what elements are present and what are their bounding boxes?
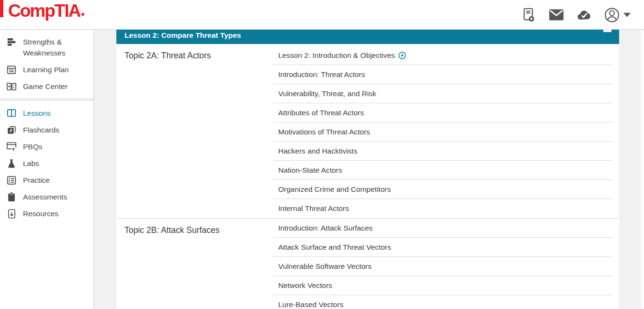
sidebar-group-top: Strengths & Weaknesses Learning Plan	[0, 30, 93, 99]
report-icon[interactable]	[521, 7, 536, 22]
pbqs-icon	[6, 141, 17, 152]
topic-title: Topic 2A: Threat Actors	[124, 51, 273, 61]
lesson-item-label: Vulnerable Software Vectors	[278, 262, 372, 271]
sidebar-item-label: Flashcards	[23, 124, 59, 135]
header-icon-group	[521, 0, 631, 30]
lessons-icon	[6, 108, 17, 119]
sidebar-item-label: PBQs	[23, 141, 42, 152]
sidebar-item-assessments[interactable]: Assessments	[0, 188, 93, 205]
lesson-item-label: Hackers and Hacktivists	[278, 147, 357, 155]
collapse-minus-icon[interactable]	[603, 30, 611, 32]
dropdown-caret-icon	[623, 11, 631, 19]
practice-icon	[6, 175, 17, 186]
lesson-item-label: Lesson 2: Introduction & Objectives	[278, 51, 395, 60]
comptia-logo-text: CompTIA	[8, 1, 80, 21]
lesson-items-column: Introduction: Attack Surfaces Attack Sur…	[273, 219, 612, 309]
lesson-panel: Lesson 2: Compare Threat Types Topic 2A:…	[116, 30, 619, 309]
account-icon	[604, 7, 620, 22]
lesson-item-row[interactable]: Attack Surface and Threat Vectors	[273, 238, 612, 257]
topic-title: Topic 2B: Attack Surfaces	[124, 225, 273, 235]
account-menu[interactable]	[604, 7, 631, 22]
lesson-item-row[interactable]: Hackers and Hacktivists	[273, 142, 612, 161]
top-header: CompTIA	[0, 0, 644, 30]
sidebar-item-game-center[interactable]: Game Center	[0, 78, 93, 95]
sidebar-item-flashcards[interactable]: Flashcards	[0, 121, 93, 138]
sidebar-item-strengths-weaknesses[interactable]: Strengths & Weaknesses	[0, 33, 93, 61]
lesson-item-label: Introduction: Threat Actors	[278, 70, 365, 79]
sidebar-item-labs[interactable]: Labs	[0, 155, 93, 172]
lesson-item-label: Organized Crime and Competitors	[278, 185, 391, 194]
lesson-item-row[interactable]: Organized Crime and Competitors	[273, 180, 612, 199]
assessments-icon	[6, 191, 17, 202]
learning-plan-icon	[6, 64, 17, 75]
cloud-sync-icon[interactable]	[576, 7, 592, 22]
sidebar-item-label: Resources	[23, 208, 58, 219]
sidebar-item-practice[interactable]: Practice	[0, 172, 93, 188]
lesson-item-row[interactable]: Lure-Based Vectors	[273, 295, 612, 309]
lesson-item-row[interactable]: Nation-State Actors	[273, 161, 612, 180]
lesson-item-row[interactable]: Motivations of Threat Actors	[273, 122, 612, 142]
sidebar-item-pbqs[interactable]: PBQs	[0, 138, 93, 155]
sidebar-item-label: Assessments	[23, 191, 67, 202]
lesson-item-label: Vulnerability, Threat, and Risk	[278, 89, 376, 98]
lesson-item-label: Network Vectors	[278, 281, 332, 290]
brand-accent-strip	[0, 0, 3, 17]
sidebar-item-learning-plan[interactable]: Learning Plan	[0, 61, 93, 78]
sidebar-item-label: Learning Plan	[23, 64, 69, 75]
topic-section-2b: Topic 2B: Attack Surfaces Introduction: …	[116, 218, 619, 309]
lesson-item-row[interactable]: Vulnerability, Threat, and Risk	[273, 84, 612, 103]
comptia-logo[interactable]: CompTIA	[8, 1, 84, 21]
sidebar: Strengths & Weaknesses Learning Plan	[0, 30, 94, 309]
lesson-item-label: Internal Threat Actors	[278, 204, 349, 213]
sidebar-item-lessons[interactable]: Lessons	[0, 105, 93, 121]
resources-icon	[6, 208, 17, 219]
play-icon[interactable]	[398, 52, 406, 59]
sidebar-item-label: Labs	[23, 158, 39, 169]
lesson-item-row[interactable]: Introduction: Attack Surfaces	[273, 219, 612, 238]
lesson-item-row[interactable]: Vulnerable Software Vectors	[273, 257, 612, 276]
sidebar-group-lessons: Lessons Flashcards PBQs	[0, 100, 93, 226]
lesson-item-row[interactable]: Lesson 2: Introduction & Objectives	[273, 46, 612, 65]
sidebar-item-label: Strengths & Weaknesses	[23, 36, 90, 58]
sidebar-item-label: Lessons	[23, 108, 51, 119]
lesson-item-row[interactable]: Internal Threat Actors	[273, 199, 612, 218]
lesson-header-bar[interactable]: Lesson 2: Compare Threat Types	[116, 30, 619, 44]
sidebar-item-label: Practice	[23, 175, 50, 186]
lesson-item-label: Nation-State Actors	[278, 166, 342, 175]
lesson-item-label: Lure-Based Vectors	[278, 300, 343, 309]
labs-icon	[6, 158, 17, 169]
sidebar-item-label: Game Center	[23, 81, 68, 92]
registered-mark-icon	[81, 13, 84, 16]
sidebar-item-resources[interactable]: Resources	[0, 205, 93, 222]
lesson-title: Lesson 2: Compare Threat Types	[124, 31, 241, 39]
lesson-item-row[interactable]: Attributes of Threat Actors	[273, 103, 612, 122]
topic-section-2a: Topic 2A: Threat Actors Lesson 2: Introd…	[116, 44, 619, 218]
strengths-weaknesses-icon	[6, 36, 17, 47]
lesson-item-label: Motivations of Threat Actors	[278, 128, 370, 136]
topic-column: Topic 2B: Attack Surfaces	[116, 219, 273, 309]
lesson-item-row[interactable]: Introduction: Threat Actors	[273, 65, 612, 84]
flashcards-icon	[6, 124, 17, 135]
lesson-item-label: Introduction: Attack Surfaces	[278, 224, 373, 232]
game-center-icon	[6, 81, 17, 92]
lesson-item-label: Attributes of Threat Actors	[278, 109, 364, 117]
lesson-item-label: Attack Surface and Threat Vectors	[278, 243, 391, 252]
lesson-items-column: Lesson 2: Introduction & Objectives Intr…	[273, 44, 612, 218]
topic-column: Topic 2A: Threat Actors	[116, 44, 273, 218]
scrollbar-track[interactable]	[641, 30, 644, 309]
messages-icon[interactable]	[549, 7, 564, 22]
lesson-item-row[interactable]: Network Vectors	[273, 276, 612, 295]
page-gutter	[94, 30, 116, 309]
